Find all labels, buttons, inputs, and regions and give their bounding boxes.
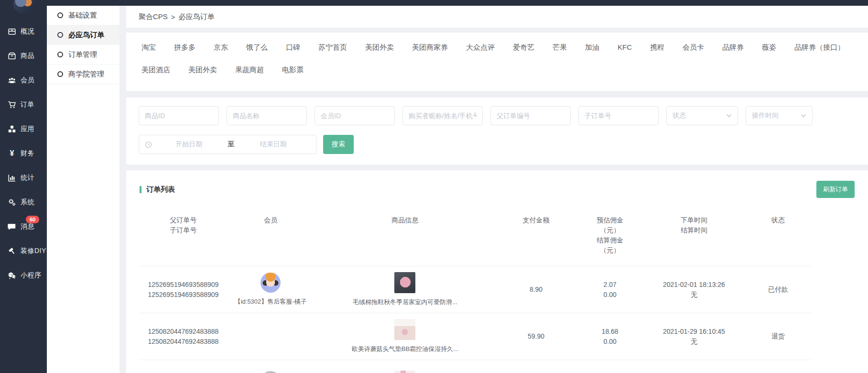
tabs-row-1: 淘宝 拼多多 京东 饿了么 口碑 苏宁首页 美团外卖 美团商家券 大众点评 爱奇… [141,43,853,52]
status-cell: 已付款 [744,285,812,295]
col-member: 会员 [227,215,315,255]
tab-meituan-waimai[interactable]: 美团外卖 [365,43,394,52]
col-time: 下单时间结算时间 [643,215,744,255]
col-order-no: 父订单号子订单号 [140,215,227,255]
sidebar-item-apps[interactable]: 应用 [0,117,47,141]
sidebar-item-overview[interactable]: 概况 [0,19,47,44]
commission-cell: 2.070.00 [576,280,644,300]
member-avatar [260,273,281,293]
tab-jingdong[interactable]: 京东 [214,43,228,52]
product-cell: 毛绒棉拖鞋秋冬季居家室内可爱防滑... [315,272,496,307]
sidebar-item-messages[interactable]: 60 消息 [0,214,47,239]
submenu-item-biyingniao-orders[interactable]: 必应鸟订单 [47,25,119,45]
finance-icon: ¥ [8,149,16,158]
tab-dianyingpiao[interactable]: 电影票 [282,66,304,75]
tab-pinpaiquan-api[interactable]: 品牌券（接口） [794,43,845,52]
sidebar-item-miniprogram[interactable]: 小程序 [0,263,47,287]
product-cell [315,371,496,373]
tab-xiecheng[interactable]: 携程 [650,43,664,52]
parent-order-no-input[interactable] [490,106,571,125]
user-avatar[interactable] [13,0,34,14]
tab-suning[interactable]: 苏宁首页 [318,43,347,52]
tab-jiayou[interactable]: 加油 [585,43,599,52]
members-icon [8,76,16,85]
amount-cell: 59.90 [496,331,576,341]
product-image [394,272,415,293]
radio-icon [57,32,63,38]
status-cell: 退货 [744,331,812,341]
goods-name-input[interactable] [227,106,307,125]
tab-dazhongdianping[interactable]: 大众点评 [466,43,495,52]
product-image [394,371,415,373]
col-product: 商品信息 [315,215,496,255]
tab-pinpaiquan[interactable]: 品牌券 [722,43,744,52]
search-button[interactable]: 搜索 [323,135,354,154]
tab-weizi[interactable]: 薇姿 [762,43,776,52]
submenu-item-basic-settings[interactable]: 基础设置 [47,6,119,25]
tabs-row-2: 美团酒店 美团外卖 果蔬商超 电影票 [141,66,853,75]
tab-meituan-jiudian[interactable]: 美团酒店 [141,66,170,75]
messages-badge: 60 [26,216,39,223]
tab-huiyuanka[interactable]: 会员卡 [683,43,704,52]
order-no-cell: 12508204476924838881250820447692483888 [140,327,227,347]
submenu-item-order-management[interactable]: 订单管理 [47,45,119,65]
member-avatar [260,371,281,373]
date-separator: 至 [226,140,237,149]
tab-meituan-shangjiaquan[interactable]: 美团商家券 [412,43,448,52]
buyer-input[interactable] [402,106,483,125]
tab-meituan-waimai-2[interactable]: 美团外卖 [188,66,217,75]
submenu-item-academy-management[interactable]: 商学院管理 [47,65,119,84]
tab-mango[interactable]: 芒果 [553,43,567,52]
sidebar-item-finance[interactable]: ¥ 财务 [0,141,47,165]
filter-panel: 状态 操作时间 开始日期 至 结束日期 搜索 [126,98,868,165]
radio-icon [57,12,63,18]
end-date-placeholder: 结束日期 [237,140,311,149]
tab-eleme[interactable]: 饿了么 [246,43,268,52]
table-row[interactable]: 12526951946935889091252695194693588909 【… [140,266,812,313]
table-row[interactable]: 12508204476924838881250820447692483888 欧… [140,313,812,360]
tab-guoshu-shangchao[interactable]: 果蔬商超 [235,66,264,75]
commission-cell: 18.680.00 [576,327,644,347]
start-date-placeholder: 开始日期 [152,140,226,149]
date-range-picker[interactable]: 开始日期 至 结束日期 [139,135,316,154]
order-list-header: 订单列表 刷新订单 [140,181,855,198]
radio-icon [57,52,63,57]
tab-koubei[interactable]: 口碑 [286,43,300,52]
time-cell: 2021-02-01 18:13:26无 [643,280,744,300]
col-status: 状态 [744,215,812,255]
order-list-panel: 订单列表 刷新订单 父订单号子订单号 会员 商品信息 支付金额 预估佣金（元） … [126,170,868,373]
sidebar-item-diy[interactable]: 装修DIY [0,239,47,263]
orders-table: 父订单号子订单号 会员 商品信息 支付金额 预估佣金（元） 结算佣金（元） 下单… [140,209,812,373]
tab-iqiyi[interactable]: 爱奇艺 [513,43,534,52]
sidebar-item-system[interactable]: 系统 [0,190,47,214]
member-id-input[interactable] [315,106,395,125]
sidebar-item-stats[interactable]: 统计 [0,165,47,190]
status-select[interactable]: 状态 [666,106,738,125]
child-order-no-input[interactable] [578,106,659,125]
breadcrumb-root[interactable]: 聚合CPS [139,12,168,22]
sidebar-item-orders[interactable]: 订单 [0,92,47,117]
tab-kfc[interactable]: KFC [618,43,632,52]
top-bar [0,0,868,6]
order-no-cell: 12526951946935889091252695194693588909 [140,280,227,300]
goods-id-input[interactable] [139,106,219,125]
filter-row-2: 开始日期 至 结束日期 搜索 [139,135,856,154]
sub-sidebar: 基础设置 必应鸟订单 订单管理 商学院管理 [47,6,119,373]
table-row[interactable]: 12515057164075889091251505716407588909 5… [140,360,812,373]
clock-icon [145,141,152,148]
apps-icon [8,125,16,133]
sidebar-item-goods[interactable]: 商品 [0,44,47,68]
member-cell: 【id:5302】售后客服-橘子 [227,273,315,307]
filter-row-1: 状态 操作时间 [139,106,856,125]
sidebar-item-members[interactable]: 会员 [0,68,47,92]
breadcrumb: 聚合CPS > 必应鸟订单 [126,6,868,28]
tab-pinduoduo[interactable]: 拼多多 [174,43,195,52]
main-sidebar: 概况 商品 会员 订单 应用 ¥ 财务 统计 系统 60 消息 装修DIY 小程… [0,0,47,373]
col-amount: 支付金额 [496,215,576,255]
operate-time-select[interactable]: 操作时间 [746,106,813,125]
orders-icon [8,100,16,109]
radio-icon [57,71,63,77]
goods-icon [8,52,16,60]
tab-taobao[interactable]: 淘宝 [141,43,156,52]
refresh-orders-button[interactable]: 刷新订单 [816,181,855,198]
